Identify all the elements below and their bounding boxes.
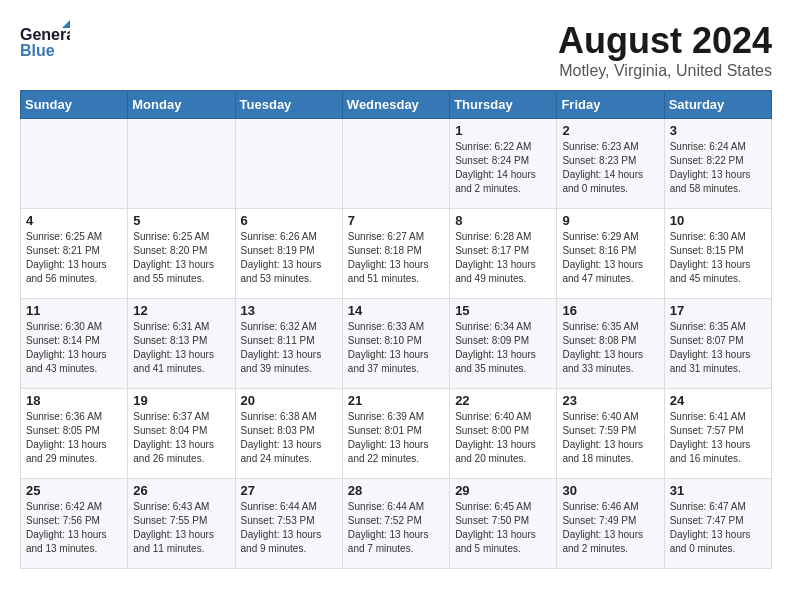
day-content: Sunrise: 6:47 AM Sunset: 7:47 PM Dayligh…: [670, 500, 766, 556]
day-number: 9: [562, 213, 658, 228]
day-content: Sunrise: 6:29 AM Sunset: 8:16 PM Dayligh…: [562, 230, 658, 286]
col-sunday: Sunday: [21, 91, 128, 119]
calendar-table: Sunday Monday Tuesday Wednesday Thursday…: [20, 90, 772, 569]
calendar-week-row: 11Sunrise: 6:30 AM Sunset: 8:14 PM Dayli…: [21, 299, 772, 389]
day-number: 18: [26, 393, 122, 408]
table-row: 1Sunrise: 6:22 AM Sunset: 8:24 PM Daylig…: [450, 119, 557, 209]
table-row: 28Sunrise: 6:44 AM Sunset: 7:52 PM Dayli…: [342, 479, 449, 569]
page-subtitle: Motley, Virginia, United States: [558, 62, 772, 80]
header: General Blue August 2024 Motley, Virgini…: [20, 20, 772, 80]
table-row: 4Sunrise: 6:25 AM Sunset: 8:21 PM Daylig…: [21, 209, 128, 299]
table-row: 6Sunrise: 6:26 AM Sunset: 8:19 PM Daylig…: [235, 209, 342, 299]
day-number: 2: [562, 123, 658, 138]
table-row: [342, 119, 449, 209]
day-number: 16: [562, 303, 658, 318]
day-number: 27: [241, 483, 337, 498]
table-row: 23Sunrise: 6:40 AM Sunset: 7:59 PM Dayli…: [557, 389, 664, 479]
table-row: 27Sunrise: 6:44 AM Sunset: 7:53 PM Dayli…: [235, 479, 342, 569]
calendar-week-row: 25Sunrise: 6:42 AM Sunset: 7:56 PM Dayli…: [21, 479, 772, 569]
day-number: 4: [26, 213, 122, 228]
day-content: Sunrise: 6:44 AM Sunset: 7:53 PM Dayligh…: [241, 500, 337, 556]
day-content: Sunrise: 6:26 AM Sunset: 8:19 PM Dayligh…: [241, 230, 337, 286]
calendar-week-row: 4Sunrise: 6:25 AM Sunset: 8:21 PM Daylig…: [21, 209, 772, 299]
table-row: 9Sunrise: 6:29 AM Sunset: 8:16 PM Daylig…: [557, 209, 664, 299]
day-content: Sunrise: 6:31 AM Sunset: 8:13 PM Dayligh…: [133, 320, 229, 376]
table-row: 29Sunrise: 6:45 AM Sunset: 7:50 PM Dayli…: [450, 479, 557, 569]
calendar-week-row: 18Sunrise: 6:36 AM Sunset: 8:05 PM Dayli…: [21, 389, 772, 479]
day-number: 14: [348, 303, 444, 318]
day-number: 17: [670, 303, 766, 318]
day-content: Sunrise: 6:43 AM Sunset: 7:55 PM Dayligh…: [133, 500, 229, 556]
day-content: Sunrise: 6:39 AM Sunset: 8:01 PM Dayligh…: [348, 410, 444, 466]
day-number: 23: [562, 393, 658, 408]
logo: General Blue: [20, 20, 70, 69]
day-content: Sunrise: 6:46 AM Sunset: 7:49 PM Dayligh…: [562, 500, 658, 556]
day-number: 26: [133, 483, 229, 498]
col-tuesday: Tuesday: [235, 91, 342, 119]
table-row: 24Sunrise: 6:41 AM Sunset: 7:57 PM Dayli…: [664, 389, 771, 479]
table-row: [235, 119, 342, 209]
day-number: 28: [348, 483, 444, 498]
day-content: Sunrise: 6:41 AM Sunset: 7:57 PM Dayligh…: [670, 410, 766, 466]
calendar-week-row: 1Sunrise: 6:22 AM Sunset: 8:24 PM Daylig…: [21, 119, 772, 209]
title-area: August 2024 Motley, Virginia, United Sta…: [558, 20, 772, 80]
table-row: 18Sunrise: 6:36 AM Sunset: 8:05 PM Dayli…: [21, 389, 128, 479]
table-row: 26Sunrise: 6:43 AM Sunset: 7:55 PM Dayli…: [128, 479, 235, 569]
day-number: 3: [670, 123, 766, 138]
col-friday: Friday: [557, 91, 664, 119]
day-content: Sunrise: 6:35 AM Sunset: 8:07 PM Dayligh…: [670, 320, 766, 376]
day-content: Sunrise: 6:45 AM Sunset: 7:50 PM Dayligh…: [455, 500, 551, 556]
day-content: Sunrise: 6:42 AM Sunset: 7:56 PM Dayligh…: [26, 500, 122, 556]
table-row: 21Sunrise: 6:39 AM Sunset: 8:01 PM Dayli…: [342, 389, 449, 479]
day-content: Sunrise: 6:23 AM Sunset: 8:23 PM Dayligh…: [562, 140, 658, 196]
day-content: Sunrise: 6:37 AM Sunset: 8:04 PM Dayligh…: [133, 410, 229, 466]
day-content: Sunrise: 6:25 AM Sunset: 8:21 PM Dayligh…: [26, 230, 122, 286]
day-content: Sunrise: 6:38 AM Sunset: 8:03 PM Dayligh…: [241, 410, 337, 466]
table-row: 2Sunrise: 6:23 AM Sunset: 8:23 PM Daylig…: [557, 119, 664, 209]
day-number: 30: [562, 483, 658, 498]
day-content: Sunrise: 6:40 AM Sunset: 8:00 PM Dayligh…: [455, 410, 551, 466]
col-monday: Monday: [128, 91, 235, 119]
table-row: [128, 119, 235, 209]
table-row: 11Sunrise: 6:30 AM Sunset: 8:14 PM Dayli…: [21, 299, 128, 389]
day-number: 31: [670, 483, 766, 498]
day-content: Sunrise: 6:35 AM Sunset: 8:08 PM Dayligh…: [562, 320, 658, 376]
day-number: 8: [455, 213, 551, 228]
day-content: Sunrise: 6:30 AM Sunset: 8:15 PM Dayligh…: [670, 230, 766, 286]
day-content: Sunrise: 6:30 AM Sunset: 8:14 PM Dayligh…: [26, 320, 122, 376]
day-content: Sunrise: 6:24 AM Sunset: 8:22 PM Dayligh…: [670, 140, 766, 196]
table-row: 3Sunrise: 6:24 AM Sunset: 8:22 PM Daylig…: [664, 119, 771, 209]
col-wednesday: Wednesday: [342, 91, 449, 119]
day-number: 12: [133, 303, 229, 318]
day-number: 20: [241, 393, 337, 408]
table-row: 15Sunrise: 6:34 AM Sunset: 8:09 PM Dayli…: [450, 299, 557, 389]
day-number: 29: [455, 483, 551, 498]
day-number: 5: [133, 213, 229, 228]
day-content: Sunrise: 6:44 AM Sunset: 7:52 PM Dayligh…: [348, 500, 444, 556]
table-row: 14Sunrise: 6:33 AM Sunset: 8:10 PM Dayli…: [342, 299, 449, 389]
day-content: Sunrise: 6:27 AM Sunset: 8:18 PM Dayligh…: [348, 230, 444, 286]
day-content: Sunrise: 6:34 AM Sunset: 8:09 PM Dayligh…: [455, 320, 551, 376]
day-content: Sunrise: 6:22 AM Sunset: 8:24 PM Dayligh…: [455, 140, 551, 196]
svg-text:General: General: [20, 26, 70, 43]
page-title: August 2024: [558, 20, 772, 62]
day-content: Sunrise: 6:28 AM Sunset: 8:17 PM Dayligh…: [455, 230, 551, 286]
day-number: 11: [26, 303, 122, 318]
table-row: 20Sunrise: 6:38 AM Sunset: 8:03 PM Dayli…: [235, 389, 342, 479]
table-row: 7Sunrise: 6:27 AM Sunset: 8:18 PM Daylig…: [342, 209, 449, 299]
table-row: 5Sunrise: 6:25 AM Sunset: 8:20 PM Daylig…: [128, 209, 235, 299]
day-content: Sunrise: 6:32 AM Sunset: 8:11 PM Dayligh…: [241, 320, 337, 376]
day-number: 10: [670, 213, 766, 228]
day-content: Sunrise: 6:25 AM Sunset: 8:20 PM Dayligh…: [133, 230, 229, 286]
col-saturday: Saturday: [664, 91, 771, 119]
day-content: Sunrise: 6:40 AM Sunset: 7:59 PM Dayligh…: [562, 410, 658, 466]
day-number: 13: [241, 303, 337, 318]
day-content: Sunrise: 6:36 AM Sunset: 8:05 PM Dayligh…: [26, 410, 122, 466]
table-row: 31Sunrise: 6:47 AM Sunset: 7:47 PM Dayli…: [664, 479, 771, 569]
table-row: 19Sunrise: 6:37 AM Sunset: 8:04 PM Dayli…: [128, 389, 235, 479]
svg-text:Blue: Blue: [20, 42, 55, 59]
table-row: 16Sunrise: 6:35 AM Sunset: 8:08 PM Dayli…: [557, 299, 664, 389]
day-content: Sunrise: 6:33 AM Sunset: 8:10 PM Dayligh…: [348, 320, 444, 376]
col-thursday: Thursday: [450, 91, 557, 119]
logo-icon: General Blue: [20, 20, 70, 65]
